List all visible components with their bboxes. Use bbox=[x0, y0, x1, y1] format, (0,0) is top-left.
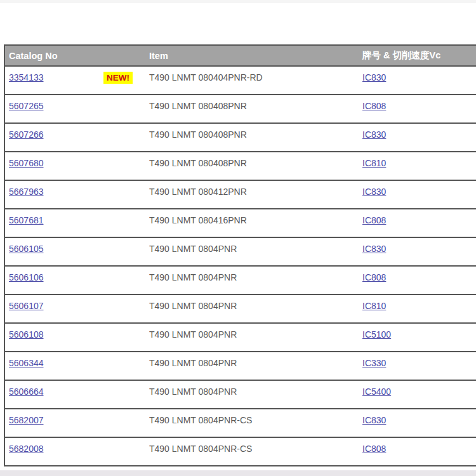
table-row: 5682008 T490 LNMT 0804PNR-CS IC808 bbox=[4, 437, 476, 466]
grade-link[interactable]: IC5400 bbox=[362, 387, 391, 397]
catalog-no-cell: 5606344 bbox=[4, 352, 145, 380]
grade-cell: IC810 bbox=[359, 152, 476, 180]
item-cell: T490 LNMT 080412PNR bbox=[145, 180, 359, 209]
grade-link[interactable]: IC330 bbox=[362, 358, 386, 368]
catalog-no-link[interactable]: 5682007 bbox=[9, 415, 44, 425]
catalog-no-cell: 3354133 NEW! bbox=[4, 66, 145, 95]
catalog-no-cell: 5606107 bbox=[4, 294, 145, 323]
item-cell: T490 LNMT 0804PNR bbox=[145, 294, 359, 323]
catalog-no-link[interactable]: 5606105 bbox=[9, 244, 44, 254]
table-row: 3354133 NEW! T490 LNMT 080404PNR-RD IC83… bbox=[4, 66, 476, 95]
grade-cell: IC830 bbox=[359, 409, 476, 437]
item-cell: T490 LNMT 080408PNR bbox=[145, 95, 359, 123]
catalog-table: Catalog No Item 牌号 & 切削速度Vc 3354133 NEW!… bbox=[4, 44, 476, 466]
item-cell: T490 LNMT 0804PNR bbox=[145, 323, 359, 352]
catalog-no-link[interactable]: 3354133 bbox=[9, 72, 44, 83]
table-row: 5606344 T490 LNMT 0804PNR IC330 bbox=[4, 352, 476, 380]
table-row: 5606664 T490 LNMT 0804PNR IC5400 bbox=[4, 380, 476, 409]
catalog-no-link[interactable]: 5606664 bbox=[9, 387, 44, 397]
catalog-no-cell: 5606106 bbox=[4, 266, 145, 294]
item-cell: T490 LNMT 080416PNR bbox=[145, 209, 359, 237]
item-cell: T490 LNMT 080404PNR-RD bbox=[145, 66, 359, 95]
catalog-no-cell: 5606108 bbox=[4, 323, 145, 352]
column-header-item: Item bbox=[145, 45, 359, 66]
table-row: 5682007 T490 LNMT 0804PNR-CS IC830 bbox=[4, 409, 476, 437]
item-cell: T490 LNMT 080408PNR bbox=[145, 152, 359, 180]
grade-link[interactable]: IC808 bbox=[362, 272, 386, 282]
item-cell: T490 LNMT 0804PNR bbox=[145, 266, 359, 294]
column-header-grade-cutting-speed: 牌号 & 切削速度Vc bbox=[359, 45, 476, 66]
table-row: 5606107 T490 LNMT 0804PNR IC810 bbox=[4, 294, 476, 323]
grade-link[interactable]: IC5100 bbox=[362, 329, 391, 340]
catalog-no-cell: 5682007 bbox=[4, 409, 145, 437]
new-badge: NEW! bbox=[103, 72, 133, 84]
table-row: 5607681 T490 LNMT 080416PNR IC808 bbox=[4, 209, 476, 237]
catalog-no-link[interactable]: 5607265 bbox=[9, 101, 44, 111]
column-header-catalog-no: Catalog No bbox=[4, 45, 145, 66]
catalog-no-link[interactable]: 5606108 bbox=[9, 329, 44, 340]
grade-cell: IC830 bbox=[359, 237, 476, 266]
item-cell: T490 LNMT 080408PNR bbox=[145, 123, 359, 152]
item-cell: T490 LNMT 0804PNR bbox=[145, 380, 359, 409]
table-row: 5607266 T490 LNMT 080408PNR IC830 bbox=[4, 123, 476, 152]
grade-link[interactable]: IC830 bbox=[362, 415, 386, 425]
item-cell: T490 LNMT 0804PNR bbox=[145, 237, 359, 266]
catalog-no-cell: 5606105 bbox=[4, 237, 145, 266]
catalog-no-cell: 5682008 bbox=[4, 437, 145, 466]
catalog-no-cell: 5607266 bbox=[4, 123, 145, 152]
grade-link[interactable]: IC830 bbox=[362, 72, 386, 83]
grade-link[interactable]: IC808 bbox=[362, 444, 386, 454]
grade-link[interactable]: IC830 bbox=[362, 187, 386, 197]
catalog-no-link[interactable]: 5607680 bbox=[9, 158, 44, 168]
table-row: 5606106 T490 LNMT 0804PNR IC808 bbox=[4, 266, 476, 294]
catalog-no-link[interactable]: 5682008 bbox=[9, 444, 44, 454]
catalog-no-cell: 5606664 bbox=[4, 380, 145, 409]
catalog-no-link[interactable]: 5607266 bbox=[9, 129, 44, 140]
catalog-no-link[interactable]: 5606107 bbox=[9, 301, 44, 311]
grade-cell: IC830 bbox=[359, 123, 476, 152]
grade-cell: IC830 bbox=[359, 66, 476, 95]
grade-cell: IC5400 bbox=[359, 380, 476, 409]
grade-cell: IC5100 bbox=[359, 323, 476, 352]
table-row: 5606105 T490 LNMT 0804PNR IC830 bbox=[4, 237, 476, 266]
grade-cell: IC808 bbox=[359, 266, 476, 294]
grade-cell: IC830 bbox=[359, 180, 476, 209]
table-row: 5606108 T490 LNMT 0804PNR IC5100 bbox=[4, 323, 476, 352]
catalog-no-link[interactable]: 5606106 bbox=[9, 272, 44, 282]
catalog-no-cell: 5607680 bbox=[4, 152, 145, 180]
table-row: 5667963 T490 LNMT 080412PNR IC830 bbox=[4, 180, 476, 209]
catalog-no-link[interactable]: 5607681 bbox=[9, 215, 44, 225]
item-cell: T490 LNMT 0804PNR bbox=[145, 352, 359, 380]
grade-link[interactable]: IC810 bbox=[362, 301, 386, 311]
grade-link[interactable]: IC830 bbox=[362, 244, 386, 254]
catalog-no-link[interactable]: 5606344 bbox=[9, 358, 44, 368]
item-cell: T490 LNMT 0804PNR-CS bbox=[145, 409, 359, 437]
grade-cell: IC808 bbox=[359, 209, 476, 237]
catalog-no-cell: 5667963 bbox=[4, 180, 145, 209]
grade-cell: IC810 bbox=[359, 294, 476, 323]
grade-cell: IC330 bbox=[359, 352, 476, 380]
catalog-no-cell: 5607265 bbox=[4, 95, 145, 123]
grade-link[interactable]: IC810 bbox=[362, 158, 386, 168]
grade-cell: IC808 bbox=[359, 437, 476, 466]
grade-link[interactable]: IC830 bbox=[362, 129, 386, 140]
table-header-row: Catalog No Item 牌号 & 切削速度Vc bbox=[4, 45, 476, 66]
page-bottom-band bbox=[0, 470, 476, 476]
table-row: 5607680 T490 LNMT 080408PNR IC810 bbox=[4, 152, 476, 180]
grade-link[interactable]: IC808 bbox=[362, 215, 386, 225]
grade-link[interactable]: IC808 bbox=[362, 101, 386, 111]
item-cell: T490 LNMT 0804PNR-CS bbox=[145, 437, 359, 466]
catalog-no-link[interactable]: 5667963 bbox=[9, 187, 44, 197]
catalog-no-cell: 5607681 bbox=[4, 209, 145, 237]
table-row: 5607265 T490 LNMT 080408PNR IC808 bbox=[4, 95, 476, 123]
page-top-strip bbox=[0, 0, 476, 3]
grade-cell: IC808 bbox=[359, 95, 476, 123]
